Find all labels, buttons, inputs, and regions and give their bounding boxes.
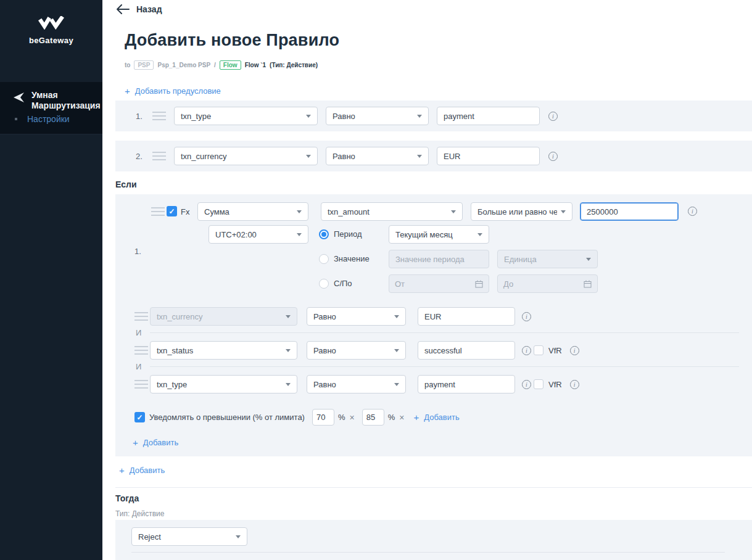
info-icon[interactable]: i (548, 112, 558, 121)
value-input[interactable] (437, 107, 540, 125)
percent-input[interactable] (312, 409, 334, 426)
operator-select[interactable]: Равно (326, 147, 429, 165)
drag-handle-icon[interactable] (134, 380, 148, 389)
condition-field-select[interactable]: txn_type (150, 375, 297, 393)
condition-field-select[interactable]: txn_status (150, 341, 297, 360)
notify-label: Уведомлять о превышении (% от лимита) (149, 413, 305, 422)
chevron-down-icon (586, 258, 591, 261)
plus-icon: + (119, 466, 125, 475)
notify-checkbox[interactable] (134, 412, 145, 422)
drag-handle-icon[interactable] (134, 312, 148, 321)
and-label: И (136, 328, 141, 337)
back-button[interactable]: Назад (116, 4, 162, 14)
chevron-down-icon (394, 349, 399, 352)
value-input[interactable] (437, 147, 540, 165)
period-radio[interactable] (319, 229, 329, 239)
info-icon[interactable]: i (570, 380, 579, 389)
add-condition-link[interactable]: + Добавить (133, 438, 178, 447)
condition-value-input[interactable] (418, 341, 515, 360)
drag-handle-icon[interactable] (152, 152, 166, 160)
sidebar-subitem-label: Настройки (27, 114, 70, 124)
drag-handle-icon[interactable] (151, 207, 165, 216)
vfr-checkbox[interactable] (534, 379, 543, 389)
period-value-wrap (389, 250, 489, 268)
info-icon[interactable]: i (522, 346, 531, 355)
main-content: Назад Добавить новое Правило to PSP Psp_… (102, 0, 752, 560)
add-group-link[interactable]: + Добавить (119, 466, 165, 475)
period-value-input[interactable] (389, 250, 489, 268)
add-percent-link[interactable]: + Добавить (413, 413, 459, 422)
breadcrumb-prefix: to (125, 62, 130, 68)
period-radio-label: Период (334, 229, 362, 239)
chevron-down-icon (236, 535, 241, 538)
fx-label: Fx (181, 207, 189, 216)
vfr-checkbox[interactable] (534, 345, 543, 355)
period-select-value: Текущий месяц (395, 230, 474, 239)
breadcrumb: to PSP Psp_1_Demo PSP / Flow Flow `1 (Ти… (125, 60, 321, 70)
fx-field-select[interactable]: txn_amount (321, 202, 463, 221)
field-select[interactable]: txn_currency (174, 147, 318, 165)
condition-field-value: txn_status (157, 346, 282, 355)
row-number: 1. (136, 112, 148, 121)
drag-handle-icon[interactable] (152, 112, 166, 120)
sidebar-item-label: Умная Маршрутизация (31, 90, 99, 111)
info-icon[interactable]: i (570, 346, 579, 355)
info-icon[interactable]: i (522, 312, 531, 321)
sidebar-item-smart-routing[interactable]: Умная Маршрутизация (11, 90, 99, 111)
value-radio[interactable] (319, 254, 329, 264)
condition-field-value: txn_currency (157, 312, 282, 321)
then-divider (131, 552, 725, 553)
operator-select[interactable]: Равно (326, 107, 429, 125)
vfr-label: VfR (548, 346, 562, 355)
date-to-field[interactable]: До (497, 274, 598, 293)
chevron-down-icon (306, 155, 311, 158)
drag-handle-icon[interactable] (134, 346, 148, 355)
fx-operator-select[interactable]: Больше или равно чем (471, 202, 572, 221)
remove-percent-icon[interactable]: × (399, 413, 404, 422)
condition-operator-select[interactable]: Равно (307, 307, 406, 326)
date-from-field[interactable]: От (389, 274, 489, 293)
condition-value-wrap (418, 307, 515, 326)
psp-badge: PSP (134, 60, 154, 70)
flow-badge: Flow (220, 60, 241, 70)
metric-select[interactable]: Сумма (197, 202, 308, 221)
back-label: Назад (136, 4, 162, 14)
condition-value-wrap (418, 375, 515, 393)
action-select[interactable]: Reject (131, 527, 247, 546)
section-divider (115, 487, 752, 488)
condition-operator-select[interactable]: Равно (307, 341, 406, 360)
sidebar-item-settings[interactable]: Настройки (15, 114, 70, 124)
then-heading: Тогда (115, 493, 139, 503)
percent-input[interactable] (362, 409, 384, 426)
fx-checkbox[interactable] (167, 206, 177, 216)
condition-value-input[interactable] (418, 375, 515, 393)
field-select[interactable]: txn_type (174, 107, 318, 125)
condition-row: txn_currency Равно i (115, 307, 752, 326)
remove-percent-icon[interactable]: × (350, 413, 355, 422)
operator-select-value: Равно (333, 152, 413, 161)
range-radio[interactable] (319, 279, 329, 289)
info-icon[interactable]: i (548, 152, 558, 161)
condition-value-input[interactable] (418, 307, 515, 326)
period-select[interactable]: Текущий месяц (389, 225, 489, 244)
calendar-icon (475, 280, 483, 288)
add-precondition-link[interactable]: + Добавить предусловие (125, 86, 221, 96)
percent-sign: % (388, 413, 395, 422)
info-icon[interactable]: i (688, 207, 697, 216)
metric-select-value: Сумма (204, 207, 293, 216)
condition-field-select[interactable]: txn_currency (150, 307, 297, 326)
fx-amount-input[interactable] (580, 202, 679, 221)
condition-operator-select[interactable]: Равно (307, 375, 406, 393)
info-icon[interactable]: i (522, 380, 531, 389)
unit-select[interactable]: Единица (497, 250, 598, 268)
add-condition-label: Добавить (143, 438, 178, 447)
sidebar: beGateway Умная Маршрутизация Настройки (0, 0, 102, 560)
value-field-wrap (437, 107, 540, 125)
add-group-label: Добавить (130, 466, 165, 475)
timezone-select[interactable]: UTC+02:00 (209, 225, 308, 244)
field-select-value: txn_type (181, 112, 302, 121)
then-block: Reject (115, 520, 752, 560)
and-label: И (136, 362, 141, 371)
date-to-placeholder: До (503, 279, 584, 289)
page-title: Добавить новое Правило (125, 31, 339, 50)
